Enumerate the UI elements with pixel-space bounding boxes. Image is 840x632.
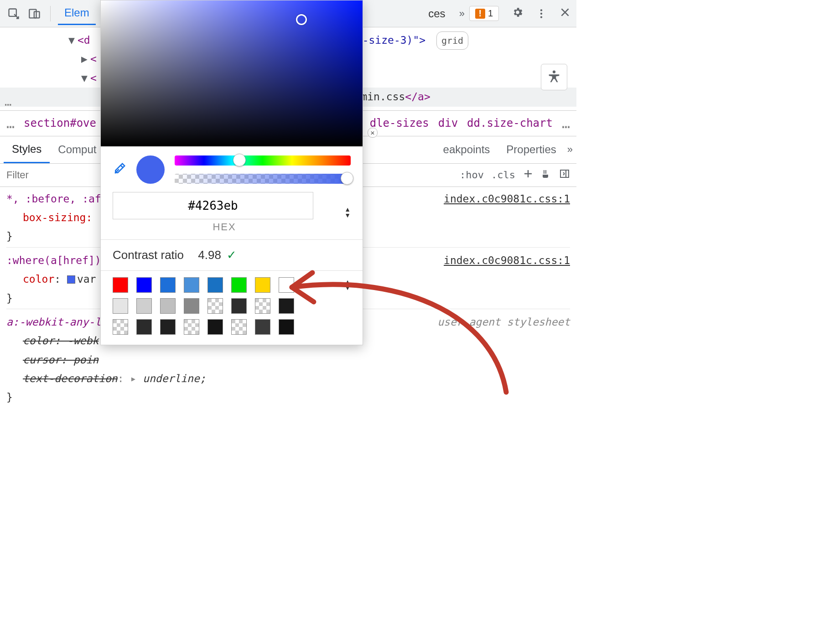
inspect-element-icon[interactable] (5, 5, 22, 22)
breadcrumb-item[interactable]: div (438, 117, 458, 130)
hov-button[interactable]: :hov (460, 169, 484, 181)
color-mode-label: HEX (113, 221, 336, 233)
tag-start: < (90, 53, 97, 65)
rule-origin-link[interactable]: index.c0c9081c.css:1 (444, 190, 570, 208)
palette-swatch[interactable] (255, 319, 270, 335)
new-style-rule-icon[interactable] (523, 168, 534, 181)
settings-gear-icon[interactable] (512, 6, 524, 21)
palette-swatch[interactable] (231, 277, 247, 293)
styles-toolbar-right: :hov .cls (460, 168, 576, 181)
warning-count: 1 (488, 8, 493, 19)
palette-switch-icon[interactable]: ▲▼ (344, 279, 351, 290)
tag-close: </a> (405, 91, 430, 103)
tab-right-partial[interactable]: ces (428, 3, 451, 25)
palette-swatch[interactable] (136, 298, 152, 314)
palette-swatch[interactable] (113, 319, 128, 335)
breadcrumb-item[interactable]: dle-sizes (370, 117, 429, 130)
rule-origin-link[interactable]: index.c0c9081c.css:1 (444, 251, 570, 270)
grid-overlay-chip[interactable]: grid (436, 31, 468, 50)
hex-input[interactable] (113, 192, 313, 219)
selector: a:-webkit-any-l (6, 316, 101, 328)
separator (50, 6, 51, 21)
palette-swatch[interactable] (207, 319, 223, 335)
issues-warning-badge[interactable]: ! 1 (469, 6, 499, 21)
css-property-value[interactable]: underline; (143, 373, 206, 384)
palette-swatch[interactable] (207, 298, 223, 314)
eyedropper-icon[interactable] (113, 162, 126, 178)
sv-handle[interactable] (296, 14, 307, 25)
collapsed-ancestors-ellipsis[interactable]: ⋯ (5, 94, 12, 115)
overridden-property[interactable]: cursor: poin (6, 351, 570, 369)
palette-swatch[interactable] (113, 298, 128, 314)
alpha-slider[interactable] (175, 174, 351, 184)
svg-rect-1 (29, 9, 36, 18)
expand-toggle-icon[interactable]: ▼ (81, 69, 90, 88)
tag-start: < (90, 72, 97, 84)
tab-elements[interactable]: Elem (58, 2, 96, 25)
palette-swatch[interactable] (136, 319, 152, 335)
palette-swatch[interactable] (184, 298, 199, 314)
tag-start: <d (78, 34, 90, 46)
css-property-value[interactable]: var (77, 273, 96, 285)
subtab-styles[interactable]: Styles (4, 136, 50, 163)
breadcrumb-item[interactable]: section#ove (24, 117, 96, 130)
svg-point-4 (540, 12, 542, 14)
palette-swatches: ▲▼ (101, 271, 363, 345)
subtab-breakpoints[interactable]: eakpoints (435, 137, 498, 162)
palette-swatch[interactable] (255, 277, 270, 293)
cls-button[interactable]: .cls (491, 169, 515, 181)
dismiss-chip-icon[interactable]: ✕ (368, 128, 378, 138)
color-swatch-icon[interactable] (67, 275, 75, 284)
palette-swatch[interactable] (279, 319, 294, 335)
palette-swatch[interactable] (160, 319, 176, 335)
hue-slider[interactable] (175, 155, 351, 166)
palette-swatch[interactable] (279, 277, 294, 293)
palette-swatch[interactable] (113, 277, 128, 293)
breadcrumb-ellipsis-left[interactable]: … (6, 115, 15, 131)
contrast-label: Contrast ratio (113, 248, 184, 262)
svg-point-3 (540, 9, 542, 11)
subtab-computed[interactable]: Comput (50, 137, 104, 162)
selector: :where(a[href]) (6, 254, 101, 266)
rule-origin-ua: user agent stylesheet (437, 313, 570, 332)
svg-point-6 (553, 71, 555, 73)
paint-brush-icon[interactable] (541, 168, 552, 181)
selector: *, :before, :af (6, 193, 101, 205)
check-icon: ✓ (227, 248, 237, 262)
svg-point-5 (540, 16, 542, 18)
saturation-value-field[interactable] (101, 0, 363, 146)
breadcrumb-item[interactable]: dd.size-chart (467, 117, 553, 130)
toolbar-end (512, 6, 571, 21)
palette-swatch[interactable] (136, 277, 152, 293)
chevron-right-more-subtabs-icon[interactable]: » (567, 144, 573, 155)
breadcrumb-ellipsis-right[interactable]: … (562, 115, 570, 131)
palette-swatch[interactable] (207, 277, 223, 293)
contrast-value: 4.98 (198, 248, 221, 262)
contrast-ratio-row[interactable]: Contrast ratio 4.98 ✓ (101, 240, 363, 270)
palette-swatch[interactable] (184, 319, 199, 335)
palette-swatch[interactable] (255, 298, 270, 314)
svg-rect-2 (34, 11, 40, 18)
css-property-name[interactable]: color (23, 273, 54, 285)
toggle-sidebar-icon[interactable] (559, 168, 570, 181)
color-picker-popover: HEX ▲▼ Contrast ratio 4.98 ✓ ▲▼ (100, 0, 363, 345)
palette-swatch[interactable] (231, 319, 247, 335)
expand-toggle-icon[interactable]: ▶ (81, 50, 90, 68)
overridden-property[interactable]: text-decoration (23, 373, 118, 384)
palette-swatch[interactable] (160, 277, 176, 293)
warning-icon: ! (475, 9, 485, 19)
subtab-properties[interactable]: Properties (498, 137, 564, 162)
current-color-preview (136, 155, 165, 184)
palette-swatch[interactable] (231, 298, 247, 314)
device-mode-icon[interactable] (26, 5, 43, 22)
close-devtools-icon[interactable] (559, 6, 571, 21)
expand-toggle-icon[interactable]: ▼ (68, 31, 78, 50)
chevron-right-more-tabs-icon[interactable]: » (459, 8, 465, 20)
accessibility-pane-icon[interactable] (541, 64, 567, 90)
palette-swatch[interactable] (184, 277, 199, 293)
kebab-menu-icon[interactable] (535, 8, 547, 20)
palette-swatch[interactable] (279, 298, 294, 314)
color-mode-switch-icon[interactable]: ▲▼ (344, 207, 351, 218)
palette-swatch[interactable] (160, 298, 176, 314)
css-property-name[interactable]: box-sizing: (23, 212, 92, 223)
